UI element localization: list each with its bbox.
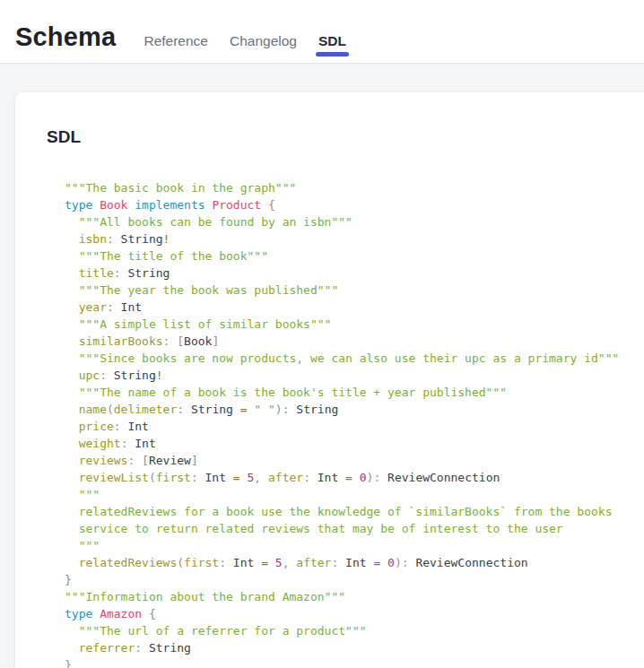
code-line: similarBooks: [Book] xyxy=(65,333,644,350)
code-line: title: String xyxy=(65,265,644,282)
code-line: name(delimeter: String = " "): String xyxy=(65,401,644,418)
code-line: } xyxy=(65,656,644,668)
sdl-code: """The basic book in the graph"""type Bo… xyxy=(65,179,644,668)
code-line: weight: Int xyxy=(65,435,644,452)
sdl-heading: SDL xyxy=(47,126,644,147)
active-tab-indicator xyxy=(316,52,349,56)
schema-header: Schema Reference Changelog SDL xyxy=(0,0,644,64)
code-line: relatedReviews for a book use the knowle… xyxy=(65,503,644,520)
tab-reference[interactable]: Reference xyxy=(144,34,208,48)
code-line: """A simple list of similar books""" xyxy=(65,316,644,333)
tab-sdl-label: SDL xyxy=(318,33,346,48)
code-line: """The title of the book""" xyxy=(65,247,644,265)
code-line: """Information about the brand Amazon""" xyxy=(65,588,644,605)
code-line: """The url of a referrer for a product""… xyxy=(65,622,644,639)
tab-bar: Reference Changelog SDL xyxy=(144,34,346,48)
code-line: service to return related reviews that m… xyxy=(65,520,644,537)
code-line: isbn: String! xyxy=(65,230,644,247)
code-line: """ xyxy=(65,486,644,503)
code-line: relatedReviews(first: Int = 5, after: In… xyxy=(65,554,644,571)
code-line: referrer: String xyxy=(65,639,644,656)
code-line: year: Int xyxy=(65,299,644,316)
code-line: """ xyxy=(65,537,644,554)
code-line: """The name of a book is the book's titl… xyxy=(65,384,644,401)
page-title: Schema xyxy=(15,24,116,50)
code-line: upc: String! xyxy=(65,367,644,384)
code-line: price: Int xyxy=(65,418,644,435)
page-body: SDL """The basic book in the graph"""typ… xyxy=(0,64,644,668)
code-line: """The basic book in the graph""" xyxy=(65,179,644,196)
code-line: """Since books are now products, we can … xyxy=(65,350,644,367)
code-line: type Book implements Product { xyxy=(65,196,644,213)
code-line: type Amazon { xyxy=(65,605,644,622)
code-line: """The year the book was published""" xyxy=(65,282,644,299)
code-line: reviewList(first: Int = 5, after: Int = … xyxy=(65,469,644,486)
tab-sdl[interactable]: SDL xyxy=(318,34,346,48)
tab-changelog[interactable]: Changelog xyxy=(230,34,297,48)
code-line: reviews: [Review] xyxy=(65,452,644,469)
code-line: """All books can be found by an isbn""" xyxy=(65,213,644,230)
sdl-card: SDL """The basic book in the graph"""typ… xyxy=(15,92,644,668)
code-line: } xyxy=(65,571,644,588)
